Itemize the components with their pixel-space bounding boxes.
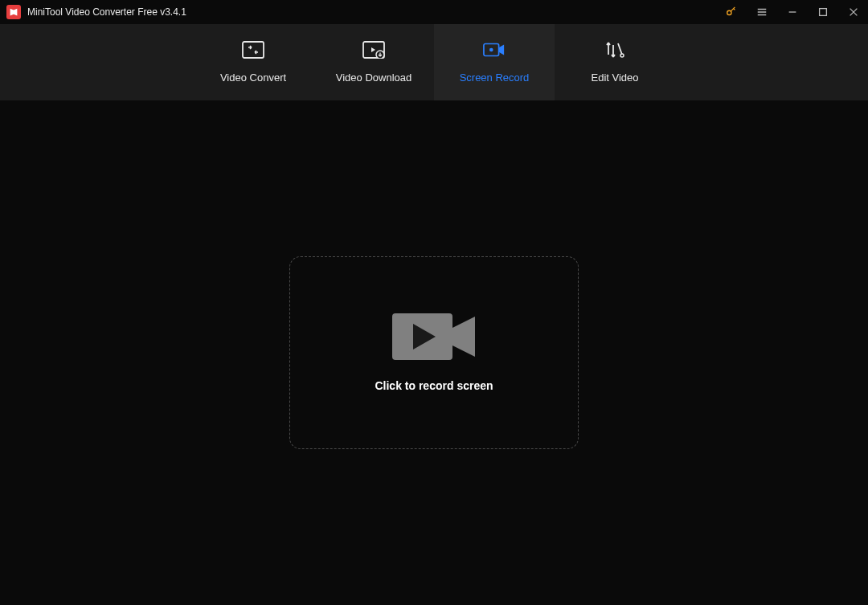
video-download-icon: [362, 41, 385, 59]
tab-label: Edit Video: [591, 72, 638, 84]
close-button[interactable]: [845, 4, 862, 20]
tab-label: Video Convert: [220, 72, 286, 84]
menu-icon[interactable]: [754, 4, 770, 20]
titlebar: MiniTool Video Converter Free v3.4.1: [0, 0, 868, 24]
edit-video-icon: [604, 41, 626, 59]
app-logo-icon: [6, 5, 21, 19]
minimize-button[interactable]: [784, 4, 800, 20]
key-icon[interactable]: [723, 4, 739, 20]
tab-video-convert[interactable]: Video Convert: [193, 24, 313, 100]
tab-edit-video[interactable]: Edit Video: [555, 24, 675, 100]
maximize-button[interactable]: [815, 4, 831, 20]
app-title: MiniTool Video Converter Free v3.4.1: [27, 6, 723, 18]
tab-bar: Video Convert Video Download Screen Reco…: [0, 24, 868, 100]
window-controls: [723, 4, 862, 20]
video-convert-icon: [242, 41, 264, 59]
svg-rect-2: [243, 42, 264, 58]
tab-screen-record[interactable]: Screen Record: [434, 24, 555, 100]
tab-label: Screen Record: [460, 72, 530, 84]
screen-record-icon: [483, 41, 506, 59]
main-content: Click to record screen: [0, 100, 868, 605]
svg-rect-1: [820, 9, 827, 16]
camera-play-icon: [392, 313, 477, 360]
record-screen-button[interactable]: Click to record screen: [289, 256, 579, 449]
svg-point-7: [620, 54, 624, 57]
record-prompt-text: Click to record screen: [375, 379, 493, 392]
tab-video-download[interactable]: Video Download: [313, 24, 434, 100]
svg-point-6: [489, 48, 493, 52]
tab-label: Video Download: [336, 72, 411, 84]
